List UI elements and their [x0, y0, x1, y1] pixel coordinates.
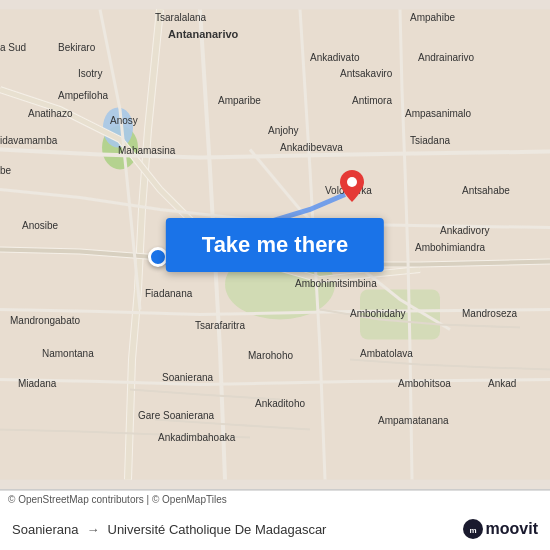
moovit-logo: m moovit	[462, 518, 538, 540]
moovit-icon: m	[462, 518, 484, 540]
attribution: © OpenStreetMap contributors | © OpenMap…	[0, 490, 550, 508]
svg-point-5	[347, 177, 357, 187]
route-destination: Université Catholique De Madagascar	[108, 522, 327, 537]
route-origin: Soanierana	[12, 522, 79, 537]
destination-pin	[340, 170, 364, 202]
button-overlay: Take me there	[166, 218, 384, 272]
bottom-bar: © OpenStreetMap contributors | © OpenMap…	[0, 489, 550, 550]
app-container: Tsaralalana Ampahibe a Sud Bekiraro Anta…	[0, 0, 550, 550]
svg-rect-3	[360, 290, 440, 340]
route-bar: Soanierana → Université Catholique De Ma…	[0, 508, 550, 550]
take-me-there-button[interactable]: Take me there	[166, 218, 384, 272]
map-area: Tsaralalana Ampahibe a Sud Bekiraro Anta…	[0, 0, 550, 489]
moovit-text: moovit	[486, 520, 538, 538]
svg-text:m: m	[469, 526, 476, 535]
route-arrow-icon: →	[87, 522, 100, 537]
